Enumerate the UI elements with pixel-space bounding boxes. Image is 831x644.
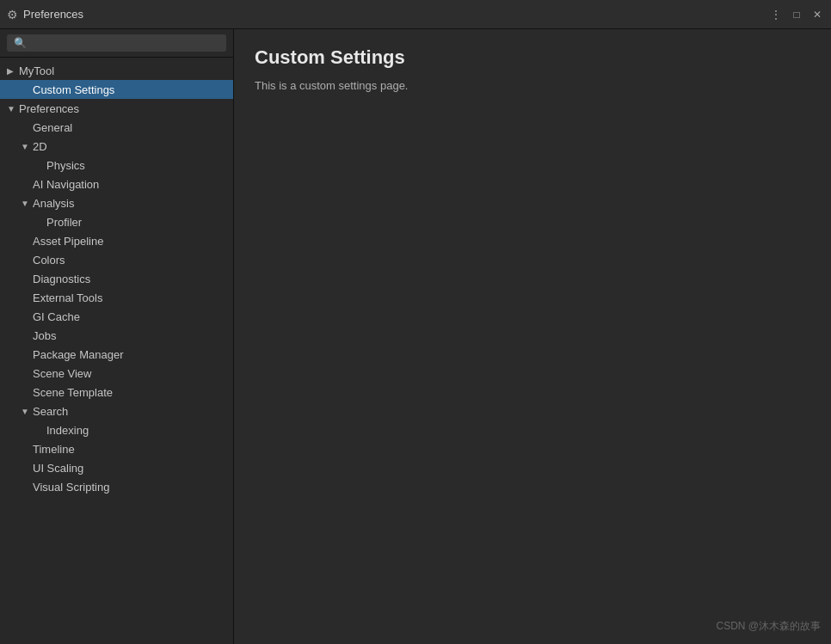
sidebar-item-visual-scripting[interactable]: Visual Scripting <box>0 477 233 496</box>
sidebar-item-preferences[interactable]: ▼Preferences <box>0 99 233 118</box>
sidebar-item-colors[interactable]: Colors <box>0 250 233 269</box>
sidebar-item-label: UI Scaling <box>33 462 226 475</box>
main-layout: 🔍 ▶MyToolCustom Settings▼PreferencesGene… <box>0 29 831 644</box>
sidebar-item-gi-cache[interactable]: GI Cache <box>0 307 233 326</box>
sidebar-item-asset-pipeline[interactable]: Asset Pipeline <box>0 231 233 250</box>
sidebar-item-external-tools[interactable]: External Tools <box>0 288 233 307</box>
sidebar-item-label: Asset Pipeline <box>33 235 226 248</box>
sidebar-item-label: MyTool <box>19 64 226 77</box>
sidebar-item-label: Profiler <box>46 216 226 229</box>
sidebar-item-label: Indexing <box>46 424 226 437</box>
arrow-icon: ▼ <box>7 104 19 113</box>
sidebar-item-jobs[interactable]: Jobs <box>0 326 233 345</box>
search-input-wrapper[interactable]: 🔍 <box>7 34 226 52</box>
sidebar-item-label: External Tools <box>33 291 226 304</box>
arrow-icon: ▼ <box>21 142 33 151</box>
sidebar-item-package-manager[interactable]: Package Manager <box>0 345 233 364</box>
gear-icon: ⚙ <box>7 8 18 21</box>
sidebar-item-scene-template[interactable]: Scene Template <box>0 383 233 402</box>
title-bar-controls: ⋮ □ ✕ <box>769 8 824 21</box>
sidebar-item-general[interactable]: General <box>0 118 233 137</box>
arrow-icon: ▼ <box>21 199 33 208</box>
sidebar-item-analysis[interactable]: ▼Analysis <box>0 193 233 212</box>
sidebar-item-scene-view[interactable]: Scene View <box>0 364 233 383</box>
sidebar-item-label: Search <box>33 405 226 418</box>
title-bar: ⚙ Preferences ⋮ □ ✕ <box>0 0 831 29</box>
sidebar-item-label: Colors <box>33 254 226 267</box>
search-bar: 🔍 <box>0 29 233 58</box>
sidebar-item-physics[interactable]: Physics <box>0 156 233 175</box>
sidebar-item-label: Timeline <box>33 443 226 456</box>
arrow-icon: ▼ <box>21 407 33 416</box>
content-area: Custom Settings This is a custom setting… <box>234 29 831 644</box>
watermark: CSDN @沐木森的故事 <box>716 619 821 634</box>
sidebar-item-label: Custom Settings <box>33 83 226 96</box>
window-title: Preferences <box>23 8 83 21</box>
maximize-button[interactable]: □ <box>790 8 803 21</box>
arrow-icon: ▶ <box>7 66 19 76</box>
content-description: This is a custom settings page. <box>255 79 810 92</box>
sidebar-item-label: Package Manager <box>33 348 226 361</box>
sidebar-item-timeline[interactable]: Timeline <box>0 439 233 458</box>
sidebar-item-custom-settings[interactable]: Custom Settings <box>0 80 233 99</box>
sidebar-item-label: Visual Scripting <box>33 481 226 494</box>
sidebar-item-label: GI Cache <box>33 310 226 323</box>
sidebar-item-indexing[interactable]: Indexing <box>0 420 233 439</box>
sidebar-item-label: Preferences <box>19 102 226 115</box>
sidebar-item-label: General <box>33 121 226 134</box>
sidebar-item-ui-scaling[interactable]: UI Scaling <box>0 458 233 477</box>
sidebar-item-label: Scene Template <box>33 386 226 399</box>
sidebar-item-ai-navigation[interactable]: AI Navigation <box>0 175 233 193</box>
sidebar-item-2d[interactable]: ▼2D <box>0 137 233 156</box>
search-input[interactable] <box>32 37 219 49</box>
sidebar-item-label: Jobs <box>33 329 226 342</box>
sidebar-item-label: AI Navigation <box>33 178 226 191</box>
content-title: Custom Settings <box>255 46 810 69</box>
nav-tree: ▶MyToolCustom Settings▼PreferencesGenera… <box>0 58 233 644</box>
sidebar-item-label: 2D <box>33 140 226 153</box>
sidebar-item-label: Scene View <box>33 367 226 380</box>
sidebar-item-mytool[interactable]: ▶MyTool <box>0 61 233 80</box>
sidebar-item-label: Analysis <box>33 197 226 210</box>
search-icon: 🔍 <box>14 37 27 49</box>
sidebar-item-label: Diagnostics <box>33 273 226 285</box>
sidebar-item-label: Physics <box>46 159 226 172</box>
title-bar-left: ⚙ Preferences <box>7 8 83 21</box>
sidebar-item-search[interactable]: ▼Search <box>0 402 233 420</box>
more-button[interactable]: ⋮ <box>769 8 783 21</box>
sidebar-item-profiler[interactable]: Profiler <box>0 212 233 231</box>
sidebar: 🔍 ▶MyToolCustom Settings▼PreferencesGene… <box>0 29 234 644</box>
sidebar-item-diagnostics[interactable]: Diagnostics <box>0 269 233 288</box>
close-button[interactable]: ✕ <box>810 8 824 21</box>
